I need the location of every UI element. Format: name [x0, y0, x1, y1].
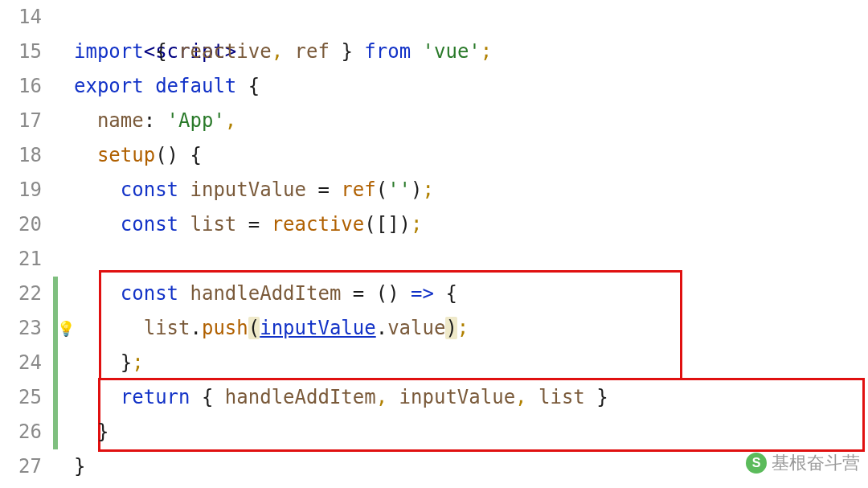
line-number: 27 — [0, 449, 53, 484]
kw-return: return — [121, 386, 190, 408]
code-line[interactable]: 25 return { handleAddItem, inputValue, l… — [0, 380, 868, 415]
watermark: S 基根奋斗营 — [746, 445, 860, 480]
paren-close: ) — [387, 282, 399, 305]
lightbulb-icon[interactable]: 💡 — [57, 311, 75, 346]
gutter-icon-col — [58, 35, 74, 69]
kw-import: import — [74, 40, 144, 63]
ident-reactive: reactive — [178, 40, 272, 63]
arrow: => — [411, 282, 434, 305]
semicolon: ; — [132, 351, 143, 374]
gutter-icon-col — [58, 380, 74, 415]
semicolon: ; — [411, 213, 422, 236]
paren-close: ) — [399, 213, 411, 236]
link-inputvalue[interactable]: inputValue — [260, 317, 376, 339]
brace-open: { — [248, 75, 260, 97]
paren-open-matched: ( — [248, 317, 260, 339]
code-content[interactable]: const inputValue = ref(''); — [74, 173, 868, 207]
semicolon: ; — [481, 40, 492, 63]
ident-list: list — [190, 213, 237, 236]
code-content[interactable]: const handleAddItem = () => { — [74, 277, 868, 311]
paren-open: ( — [364, 213, 375, 236]
bracket-open: [ — [376, 213, 387, 236]
line-number: 15 — [0, 35, 53, 69]
code-content[interactable]: }; — [74, 346, 868, 380]
code-line[interactable]: 27 } — [0, 449, 868, 484]
code-editor[interactable]: 14 <script> 15 import { reactive, ref } … — [0, 0, 868, 488]
brace-open: { — [190, 144, 202, 166]
paren-close: ) — [411, 178, 422, 201]
kw-const: const — [121, 178, 178, 201]
brace-open: { — [155, 40, 166, 63]
code-content[interactable]: <script> — [74, 0, 868, 35]
paren-open: ( — [376, 178, 387, 201]
line-number: 21 — [0, 242, 53, 277]
code-line[interactable]: 14 <script> — [0, 0, 868, 35]
watermark-text: 基根奋斗营 — [772, 445, 860, 480]
code-content[interactable]: const list = reactive([]); — [74, 207, 868, 242]
call-ref: ref — [341, 178, 375, 201]
gutter-icon-col — [58, 277, 74, 311]
gutter-icon-col — [58, 104, 74, 138]
line-number: 23 — [0, 311, 53, 346]
code-line[interactable]: 23 💡 list.push(inputValue.value); — [0, 311, 868, 346]
line-number: 18 — [0, 138, 53, 173]
paren-open: ( — [155, 144, 166, 166]
prop-name: name — [97, 109, 144, 132]
kw-const: const — [121, 282, 178, 305]
brace-close: } — [74, 455, 85, 478]
code-content[interactable]: import { reactive, ref } from 'vue'; — [74, 35, 868, 69]
code-content[interactable]: return { handleAddItem, inputValue, list… — [74, 380, 868, 415]
gutter-icon-col — [58, 242, 74, 277]
gutter-icon-col[interactable]: 💡 — [58, 311, 74, 346]
code-content[interactable]: setup() { — [74, 138, 868, 173]
watermark-icon: S — [746, 453, 767, 474]
line-number: 26 — [0, 415, 53, 449]
code-line[interactable]: 21 — [0, 242, 868, 277]
kw-from: from — [364, 40, 411, 63]
gutter-icon-col — [58, 207, 74, 242]
code-content[interactable]: } — [74, 415, 868, 449]
semicolon: ; — [457, 317, 469, 339]
gutter-icon-col — [58, 173, 74, 207]
dot: . — [190, 317, 202, 339]
code-line[interactable]: 22 const handleAddItem = () => { — [0, 277, 868, 311]
paren-open: ( — [376, 282, 387, 305]
code-content[interactable] — [74, 242, 868, 277]
bracket-close: ] — [387, 213, 399, 236]
ident-ref: ref — [295, 40, 330, 63]
gutter-icon-col — [58, 0, 74, 35]
brace-close: } — [341, 40, 352, 63]
brace-open: { — [445, 282, 457, 305]
ident-inputvalue: inputValue — [399, 386, 516, 408]
paren-close-matched: ) — [445, 317, 457, 339]
code-line[interactable]: 26 } — [0, 415, 868, 449]
code-content[interactable]: name: 'App', — [74, 104, 868, 138]
line-number: 14 — [0, 0, 53, 35]
string-vue: 'vue' — [423, 40, 481, 63]
ident-handleadditem: handleAddItem — [225, 386, 376, 408]
comma: , — [376, 386, 387, 408]
code-line[interactable]: 20 const list = reactive([]); — [0, 207, 868, 242]
line-number: 19 — [0, 173, 53, 207]
ident-handleadditem: handleAddItem — [190, 282, 342, 305]
code-line[interactable]: 24 }; — [0, 346, 868, 380]
string-empty: '' — [387, 178, 411, 201]
kw-const: const — [121, 213, 178, 236]
gutter-icon-col — [58, 415, 74, 449]
code-line[interactable]: 19 const inputValue = ref(''); — [0, 173, 868, 207]
code-content[interactable]: list.push(inputValue.value); — [74, 311, 868, 346]
code-line[interactable]: 18 setup() { — [0, 138, 868, 173]
code-line[interactable]: 15 import { reactive, ref } from 'vue'; — [0, 35, 868, 69]
gutter-icon-col — [58, 449, 74, 484]
code-line[interactable]: 16 export default { — [0, 69, 868, 104]
brace-close: } — [121, 351, 132, 374]
paren-close: ) — [167, 144, 178, 166]
code-content[interactable]: export default { — [74, 69, 868, 104]
brace-close: } — [596, 386, 608, 408]
semicolon: ; — [423, 178, 434, 201]
gutter-icon-col — [58, 69, 74, 104]
line-number: 16 — [0, 69, 53, 104]
method-setup: setup — [97, 144, 155, 166]
line-number: 24 — [0, 346, 53, 380]
code-line[interactable]: 17 name: 'App', — [0, 104, 868, 138]
